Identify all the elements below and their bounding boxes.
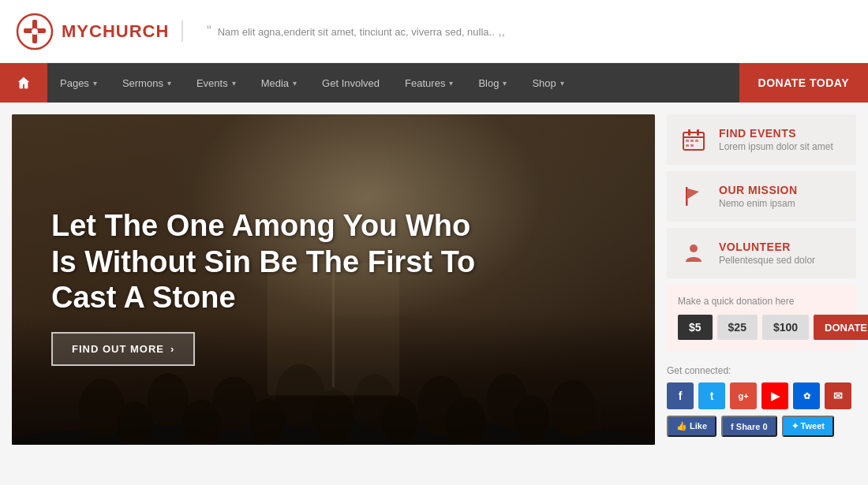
our-mission-title: OUR MISSION [719,184,798,196]
flickr-icon-button[interactable]: ✿ [793,382,820,409]
social-icons: f t g+ ▶ ✿ ✉ [667,382,856,409]
donate-5-button[interactable]: $5 [678,315,713,340]
facebook-like-button[interactable]: 👍 Like [667,416,716,437]
logo-text: MYCHURCH [62,21,169,42]
find-out-more-button[interactable]: FIND OUT MORE › [51,332,195,366]
svg-rect-27 [690,140,694,142]
social-label: Get connected: [667,365,856,376]
svg-rect-31 [686,187,688,206]
share-row: 👍 Like f Share 0 ✦ Tweet [667,416,856,437]
find-events-subtitle: Lorem ipsum dolor sit amet [719,141,833,152]
main-content: Let The One Among You Who Is Without Sin… [0,103,868,457]
nav-item-events[interactable]: Events▾ [184,63,249,103]
logo-area: MYCHURCH [16,13,174,50]
sidebar-card-our-mission[interactable]: OUR MISSION Nemo enim ipsam [667,171,856,222]
svg-rect-25 [697,129,699,136]
nav-donate-button[interactable]: DONATE TODAY [739,63,868,103]
navbar: Pages▾ Sermons▾ Events▾ Media▾ Get Invol… [0,63,868,103]
svg-rect-29 [686,144,689,147]
facebook-icon-button[interactable]: f [667,382,694,409]
social-area: Get connected: f t g+ ▶ ✿ ✉ 👍 Like f Sha… [667,357,856,445]
flag-icon [679,182,708,211]
our-mission-text: OUR MISSION Nemo enim ipsam [719,184,798,209]
donate-button[interactable]: DONATE [814,315,868,340]
volunteer-text: VOLUNTEER Pellentesque sed dolor [719,241,815,266]
nav-item-media[interactable]: Media▾ [249,63,309,103]
person-icon [679,239,708,267]
svg-rect-26 [686,140,689,142]
googleplus-icon-button[interactable]: g+ [730,382,757,409]
nav-item-get-involved[interactable]: Get Involved [309,63,392,103]
twitter-icon-button[interactable]: t [698,382,725,409]
donate-100-button[interactable]: $100 [762,315,809,340]
find-events-text: FIND EVENTS Lorem ipsum dolor sit amet [719,127,833,152]
sidebar-card-volunteer[interactable]: VOLUNTEER Pellentesque sed dolor [667,228,856,278]
svg-point-32 [690,244,698,252]
home-icon [17,76,31,90]
header: MYCHURCH Nam elit agna,enderit sit amet,… [0,0,868,63]
nav-item-shop[interactable]: Shop▾ [519,63,576,103]
youtube-icon-button[interactable]: ▶ [761,382,788,409]
logo-icon [16,13,54,50]
donation-title: Make a quick donation here [678,296,845,307]
donate-25-button[interactable]: $25 [717,315,758,340]
donation-amounts: $5 $25 $100 DONATE [678,315,845,340]
nav-home-button[interactable] [0,63,47,103]
header-quote: Nam elit agna,enderit sit amet, tinciunt… [181,21,852,42]
nav-item-blog[interactable]: Blog▾ [466,63,519,103]
svg-rect-28 [695,140,698,142]
find-events-title: FIND EVENTS [719,127,833,140]
nav-item-sermons[interactable]: Sermons▾ [110,63,184,103]
svg-rect-23 [683,136,704,138]
volunteer-title: VOLUNTEER [719,241,815,253]
volunteer-subtitle: Pellentesque sed dolor [719,255,815,266]
sidebar: FIND EVENTS Lorem ipsum dolor sit amet O… [667,114,856,445]
svg-rect-30 [690,144,694,147]
nav-item-pages[interactable]: Pages▾ [47,63,110,103]
svg-point-3 [32,28,38,35]
svg-rect-24 [688,129,690,136]
donation-widget: Make a quick donation here $5 $25 $100 D… [667,285,856,351]
calendar-icon [679,125,708,154]
our-mission-subtitle: Nemo enim ipsam [719,198,798,209]
hero-text-area: Let The One Among You Who Is Without Sin… [51,208,493,366]
hero-title: Let The One Among You Who Is Without Sin… [51,208,493,316]
email-icon-button[interactable]: ✉ [825,382,851,409]
facebook-share-button[interactable]: f Share 0 [721,416,776,437]
hero-section: Let The One Among You Who Is Without Sin… [12,114,655,445]
nav-item-features[interactable]: Features▾ [392,63,466,103]
sidebar-card-find-events[interactable]: FIND EVENTS Lorem ipsum dolor sit amet [667,114,856,165]
twitter-tweet-button[interactable]: ✦ Tweet [782,416,834,437]
